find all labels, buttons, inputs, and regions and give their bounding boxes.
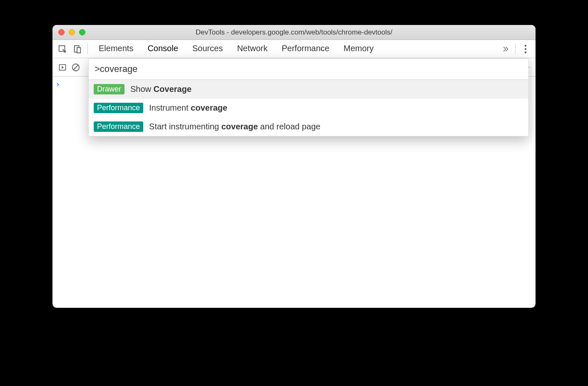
svg-line-8: [74, 65, 78, 69]
command-menu-results: DrawerShow CoveragePerformanceInstrument…: [89, 80, 528, 136]
svg-point-5: [525, 51, 526, 53]
command-menu-item[interactable]: PerformanceStart instrumenting coverage …: [89, 117, 528, 136]
command-menu-input[interactable]: [89, 59, 528, 80]
tabs-container: ElementsConsoleSourcesNetworkPerformance…: [91, 44, 497, 54]
command-menu-item[interactable]: PerformanceInstrument coverage: [89, 99, 528, 117]
more-tabs-icon[interactable]: [498, 42, 512, 56]
svg-point-3: [525, 45, 526, 46]
device-toolbar-icon[interactable]: [71, 42, 84, 56]
inspect-element-icon[interactable]: [56, 42, 69, 56]
command-menu-item[interactable]: DrawerShow Coverage: [89, 80, 528, 99]
tab-memory[interactable]: Memory: [344, 44, 374, 54]
console-prompt-indicator: ›: [57, 80, 59, 88]
command-category-badge: Drawer: [94, 84, 125, 94]
tab-elements[interactable]: Elements: [99, 44, 133, 54]
tab-console[interactable]: Console: [147, 44, 178, 54]
titlebar: DevTools - developers.google.com/web/too…: [52, 25, 536, 40]
minimize-window-button[interactable]: [69, 29, 75, 35]
svg-point-4: [525, 48, 526, 49]
tab-network[interactable]: Network: [237, 44, 267, 54]
tab-performance[interactable]: Performance: [282, 44, 330, 54]
close-window-button[interactable]: [58, 29, 65, 35]
separator: [87, 44, 88, 54]
command-category-badge: Performance: [94, 121, 143, 132]
maximize-window-button[interactable]: [79, 29, 85, 35]
clear-console-icon[interactable]: [69, 61, 82, 74]
devtools-window: DevTools - developers.google.com/web/too…: [52, 25, 536, 308]
tab-sources[interactable]: Sources: [192, 44, 223, 54]
toggle-sidebar-icon[interactable]: [56, 61, 69, 74]
command-label: Start instrumenting coverage and reload …: [149, 122, 320, 131]
window-title: DevTools - developers.google.com/web/too…: [52, 28, 536, 37]
traffic-lights: [52, 29, 85, 35]
command-label: Show Coverage: [130, 84, 192, 94]
command-menu: DrawerShow CoveragePerformanceInstrument…: [88, 58, 529, 136]
kebab-menu-icon[interactable]: [519, 42, 532, 56]
command-label: Instrument coverage: [149, 103, 227, 113]
separator: [515, 44, 516, 54]
main-tabs-bar: ElementsConsoleSourcesNetworkPerformance…: [52, 40, 536, 58]
command-category-badge: Performance: [94, 103, 143, 113]
svg-rect-2: [77, 47, 80, 53]
